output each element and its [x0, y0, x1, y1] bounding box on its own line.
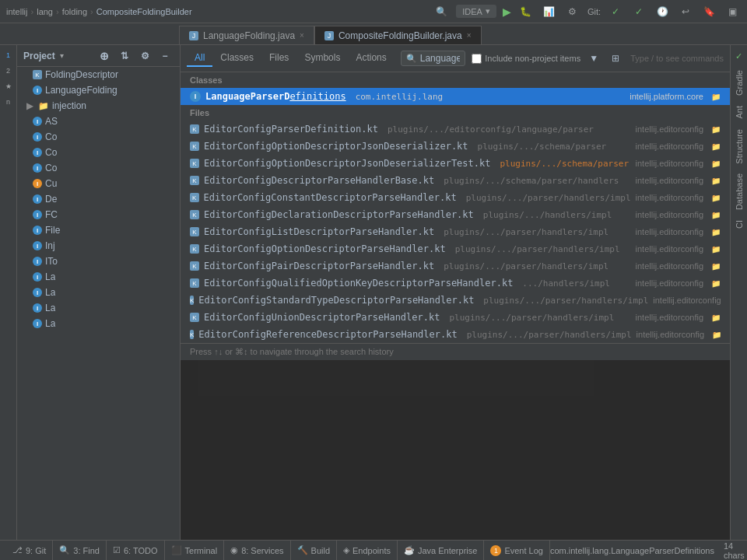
file-result-6[interactable]: K EditorConfigListDescriptorParseHandler… — [181, 223, 730, 240]
tree-text-ito: ITo — [45, 256, 58, 267]
tree-item-language-folding[interactable]: I LanguageFolding — [17, 82, 180, 98]
project-add-icon[interactable]: ⊕ — [96, 47, 113, 65]
run-button[interactable]: ▶ — [503, 5, 511, 18]
tree-item-cu[interactable]: I Cu — [17, 176, 180, 191]
idea-selector[interactable]: IDEA ▾ — [456, 5, 496, 18]
project-sync-icon[interactable]: ⇅ — [116, 47, 133, 65]
filter-icon[interactable]: ▼ — [585, 50, 602, 67]
class-icon-la4: I — [33, 319, 42, 328]
project-settings-icon[interactable]: ⚙ — [136, 47, 153, 65]
profile-icon[interactable]: ⚙ — [564, 3, 581, 20]
database-panel[interactable]: Database — [733, 169, 745, 215]
include-non-project-toggle[interactable] — [472, 54, 482, 64]
file-result-3[interactable]: K EditorConfigDescriptorParseHandlerBase… — [181, 172, 730, 189]
structure-tool-icon[interactable]: 2 — [2, 64, 16, 78]
file-result-12[interactable]: K EditorConfigReferenceDescriptorParseHa… — [181, 326, 730, 343]
tab-language-folding[interactable]: J LanguageFolding.java × — [179, 26, 314, 44]
endpoints-tool-button[interactable]: ◈ Endpoints — [337, 541, 398, 560]
file-result-5[interactable]: K EditorConfigDeclarationDescriptorParse… — [181, 206, 730, 223]
tree-item-inj[interactable]: I Inj — [17, 238, 180, 254]
git-branch-icon[interactable]: ✓ — [630, 3, 647, 20]
breadcrumb-lang[interactable]: lang — [37, 7, 53, 16]
event-log-tool-button[interactable]: 1 Event Log — [484, 541, 550, 560]
file-result-9[interactable]: K EditorConfigQualifiedOptionKeyDescript… — [181, 275, 730, 292]
nav-hint: Press ↑↓ or ⌘↕ to navigate through the s… — [181, 343, 730, 360]
layout-icon[interactable]: ▣ — [724, 3, 741, 20]
tree-item-la2[interactable]: I La — [17, 285, 180, 300]
find-label: 3: Find — [73, 546, 100, 555]
project-dropdown[interactable]: ▾ — [60, 51, 64, 60]
idea-label: IDEA — [462, 7, 482, 16]
git-check-icon[interactable]: ✓ — [607, 3, 624, 20]
bookmark-icon[interactable]: 🔖 — [700, 3, 717, 20]
tree-item-la4[interactable]: I La — [17, 316, 180, 331]
search-tab-actions[interactable]: Actions — [348, 50, 394, 67]
search-tab-all[interactable]: All — [187, 50, 212, 67]
file-result-10[interactable]: K EditorConfigStandardTypeDescriptorPars… — [181, 292, 730, 309]
include-non-project-checkbox[interactable]: Include non-project items — [472, 54, 580, 64]
char-count[interactable]: 14 chars — [724, 541, 745, 560]
file-icon-0: K — [190, 124, 199, 134]
tree-item-file[interactable]: I File — [17, 222, 180, 238]
fav-tool-icon[interactable]: ★ — [2, 79, 16, 93]
tree-item-la3[interactable]: I La — [17, 300, 180, 316]
search-input[interactable] — [420, 53, 461, 64]
ci-panel[interactable]: CI — [733, 215, 745, 233]
file-icon-11: K — [190, 313, 199, 322]
ant-panel[interactable]: Ant — [733, 101, 745, 124]
endpoints-label: Endpoints — [352, 546, 391, 555]
tab-close-composite-folding[interactable]: × — [467, 31, 472, 40]
structure-panel[interactable]: Structure — [733, 124, 745, 169]
find-tool-button[interactable]: 🔍 3: Find — [53, 541, 107, 560]
file-result-11[interactable]: K EditorConfigUnionDescriptorParseHandle… — [181, 309, 730, 326]
tree-item-as[interactable]: I AS — [17, 114, 180, 129]
search-tab-symbols[interactable]: Symbols — [296, 50, 348, 67]
tree-item-co1[interactable]: I Co — [17, 129, 180, 145]
toolbar-search-icon[interactable]: 🔍 — [433, 3, 450, 20]
tree-item-la1[interactable]: I La — [17, 269, 180, 285]
tab-close-language-folding[interactable]: × — [300, 31, 304, 40]
breadcrumb-folding[interactable]: folding — [62, 7, 87, 16]
file-result-0[interactable]: K EditorConfigParserDefinition.kt plugin… — [181, 121, 730, 138]
tree-item-co3[interactable]: I Co — [17, 160, 180, 176]
file-result-8[interactable]: K EditorConfigPairDescriptorParseHandler… — [181, 257, 730, 275]
todo-tool-button[interactable]: ☑ 6: TODO — [107, 541, 165, 560]
file-result-1[interactable]: K EditorConfigOptionDescriptorJsonDeseri… — [181, 138, 730, 155]
search-input-wrap[interactable]: 🔍 — [401, 51, 466, 66]
gradle-panel[interactable]: Gradle — [733, 65, 745, 100]
services-tool-button[interactable]: ◉ 8: Services — [224, 541, 290, 560]
project-tool-icon[interactable]: 1 — [2, 48, 16, 62]
file-result-module-12: intellij.editorconfig — [637, 330, 704, 339]
git-undo-icon[interactable]: ↩ — [677, 3, 694, 20]
breadcrumb-class[interactable]: CompositeFoldingBuilder — [96, 7, 192, 16]
tree-item-co2[interactable]: I Co — [17, 145, 180, 160]
coverage-icon[interactable]: 📊 — [541, 3, 558, 20]
class-result-item[interactable]: I LanguageParserDefinitions com.intellij… — [181, 88, 730, 105]
tab-java-icon-2: J — [324, 31, 334, 40]
tree-item-injection[interactable]: ▶ 📁 injection — [17, 98, 180, 114]
project-close-icon[interactable]: − — [156, 47, 174, 65]
terminal-icon: ⬛ — [171, 545, 182, 555]
search-tab-files[interactable]: Files — [261, 50, 296, 67]
git-tool-button[interactable]: ⎇ 9: Git — [6, 541, 53, 560]
build-tool-button[interactable]: 🔨 Build — [291, 541, 337, 560]
view-options-icon[interactable]: ⊞ — [607, 50, 624, 67]
file-icon-3: K — [190, 176, 199, 185]
tree-item-folding-descriptor[interactable]: K FoldingDescriptor — [17, 67, 180, 82]
search-tab-classes[interactable]: Classes — [212, 50, 261, 67]
file-result-7[interactable]: K EditorConfigOptionDescriptorParseHandl… — [181, 240, 730, 257]
editor-tab-bar: J LanguageFolding.java × J CompositeFold… — [0, 23, 747, 45]
breadcrumb-intellij[interactable]: intellij — [6, 7, 28, 16]
tree-item-fc[interactable]: I FC — [17, 207, 180, 222]
terminal-tool-button[interactable]: ⬛ Terminal — [165, 541, 225, 560]
file-result-2[interactable]: K EditorConfigOptionDescriptorJsonDeseri… — [181, 155, 730, 172]
npm-tool-icon[interactable]: n — [2, 95, 16, 109]
tree-item-de[interactable]: I De — [17, 191, 180, 207]
file-result-module-6: intellij.editorconfig — [636, 227, 703, 236]
tree-item-ito[interactable]: I ITo — [17, 254, 180, 269]
tab-composite-folding[interactable]: J CompositeFoldingBuilder.java × — [314, 26, 482, 44]
file-result-4[interactable]: K EditorConfigConstantDescriptorParseHan… — [181, 189, 730, 206]
java-enterprise-tool-button[interactable]: ☕ Java Enterprise — [398, 541, 484, 560]
git-history-icon[interactable]: 🕐 — [654, 3, 671, 20]
debug-icon[interactable]: 🐛 — [517, 3, 535, 20]
